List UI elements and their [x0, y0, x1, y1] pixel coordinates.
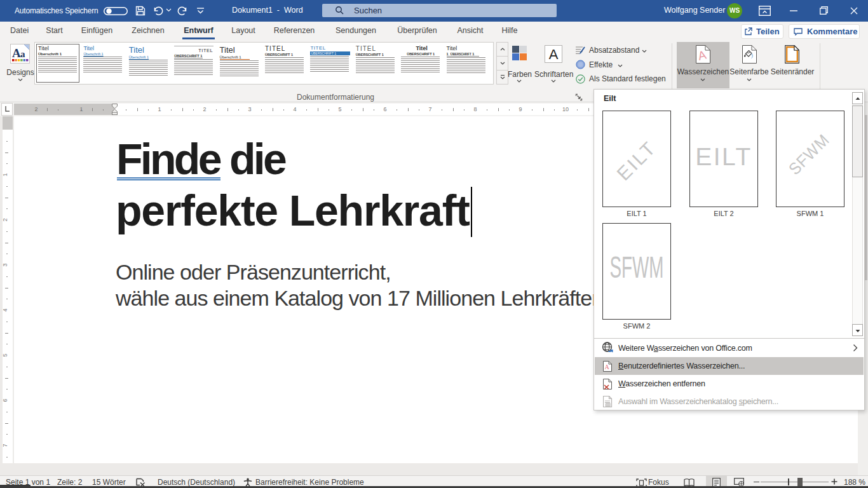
- svg-text:A: A: [605, 363, 610, 370]
- svg-text:a: a: [20, 49, 25, 59]
- svg-text:A: A: [12, 46, 21, 60]
